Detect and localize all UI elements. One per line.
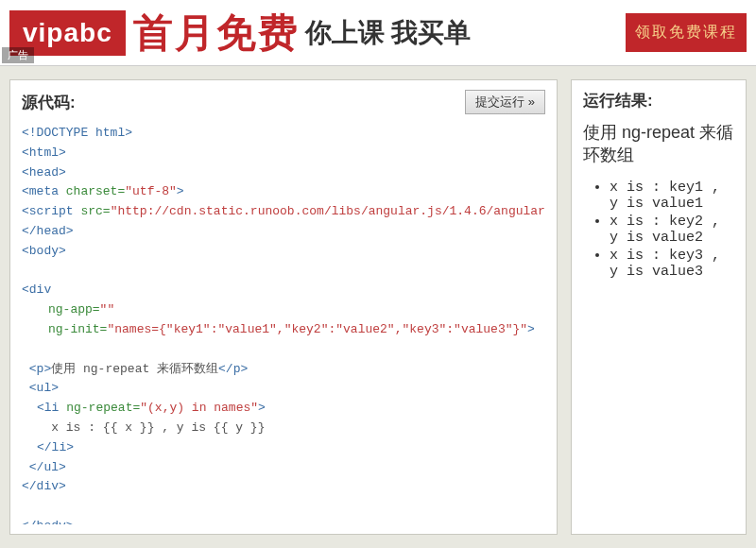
ad-banner: vipabc 首月免费 你上课 我买单 领取免费课程 广告	[0, 0, 756, 66]
result-heading: 使用 ng-repeat 来循环数组	[583, 121, 734, 166]
ad-label: 广告	[2, 47, 34, 63]
code-editor[interactable]: <!DOCTYPE html> <html> <head> <meta char…	[22, 124, 545, 524]
code-str: "utf-8"	[125, 184, 177, 198]
list-item: x is : key2 , y is value2	[610, 214, 734, 246]
code-line: <html>	[22, 146, 66, 160]
code-line: >	[527, 322, 535, 336]
source-title: 源代码:	[22, 92, 76, 113]
code-line: </li>	[37, 440, 74, 454]
code-line: <meta	[22, 184, 66, 198]
code-str: "names={"key1":"value1","key2":"value2",…	[107, 322, 527, 336]
code-line: <!DOCTYPE html>	[22, 126, 132, 140]
main-content: 源代码: 提交运行 » <!DOCTYPE html> <html> <head…	[0, 66, 756, 548]
code-attr: ng-repeat=	[66, 401, 140, 415]
code-line: </ul>	[29, 460, 66, 474]
source-panel: 源代码: 提交运行 » <!DOCTYPE html> <html> <head…	[9, 79, 558, 535]
code-line: <div	[22, 283, 51, 297]
result-title: 运行结果:	[583, 90, 653, 111]
code-line: </div>	[22, 479, 66, 493]
code-line: <ul>	[29, 381, 59, 395]
code-line: >	[177, 184, 184, 198]
result-list: x is : key1 , y is value1 x is : key2 , …	[583, 180, 734, 280]
code-line: </body>	[22, 519, 74, 524]
result-panel: 运行结果: 使用 ng-repeat 来循环数组 x is : key1 , y…	[571, 79, 747, 535]
code-str: "(x,y) in names"	[140, 401, 258, 415]
list-item: x is : key3 , y is value3	[610, 248, 734, 280]
code-str: "http://cdn.static.runoob.com/libs/angul…	[111, 204, 545, 218]
code-line: <head>	[22, 165, 66, 180]
code-line: >	[258, 401, 266, 415]
ad-subtext: 你上课 我买单	[305, 15, 472, 51]
code-attr: charset=	[66, 184, 125, 198]
code-line: </p>	[218, 362, 248, 376]
code-attr: src=	[80, 204, 110, 218]
code-line: <p>	[29, 362, 51, 376]
ad-cta-button[interactable]: 领取免费课程	[626, 13, 747, 52]
code-attr: ng-app=	[48, 302, 100, 317]
code-line: <li	[37, 401, 66, 415]
code-line: <body>	[22, 244, 66, 258]
run-button[interactable]: 提交运行 »	[465, 90, 545, 114]
code-line: <script	[22, 204, 80, 218]
ad-headline: 首月免费	[133, 7, 300, 60]
code-text: 使用 ng-repeat 来循环数组	[51, 362, 218, 376]
list-item: x is : key1 , y is value1	[610, 180, 734, 212]
code-attr: ng-init=	[48, 322, 107, 336]
code-line: </head>	[22, 224, 74, 238]
result-panel-header: 运行结果:	[583, 90, 734, 111]
code-str: ""	[100, 302, 115, 317]
source-panel-header: 源代码: 提交运行 »	[22, 90, 545, 114]
code-text: x is : {{ x }} , y is {{ y }}	[51, 420, 265, 435]
